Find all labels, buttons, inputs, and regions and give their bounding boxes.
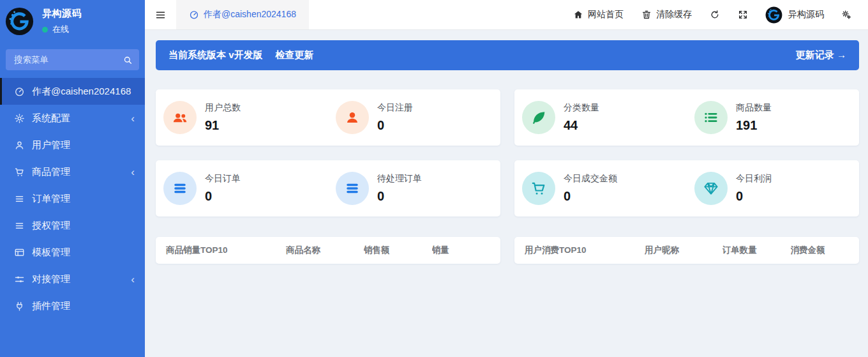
user-icon — [14, 140, 25, 151]
hamburger-icon[interactable] — [145, 0, 176, 29]
sidebar-item-label: 订单管理 — [32, 193, 70, 205]
sliders-icon — [14, 274, 25, 285]
sidebar-item-label: 商品管理 — [32, 166, 70, 178]
menu-search — [6, 49, 139, 70]
stat-今日注册: 今日注册 0 — [328, 89, 500, 146]
gear-icon — [14, 113, 25, 124]
stat-value: 0 — [377, 118, 413, 133]
stat-card: 用户总数 91 今日注册 0 — [156, 89, 500, 146]
stat-card: 今日订单 0 待处理订单 0 — [156, 160, 500, 216]
tab-author[interactable]: 作者@caishen2024168 — [176, 0, 309, 29]
sidebar-menu: 作者@caishen2024168 系统配置 ‹ 用户管理 商品管理 ‹ 订单管… — [0, 78, 145, 357]
online-status: 在线 — [42, 24, 82, 35]
brand: 异构源码 在线 — [0, 0, 145, 36]
brand-title: 异构源码 — [42, 8, 82, 20]
topbar-fullscreen-button[interactable] — [729, 0, 757, 29]
stat-label: 分类数量 — [564, 102, 599, 114]
trash-icon — [641, 10, 652, 20]
stat-今日订单: 今日订单 0 — [156, 160, 328, 216]
panel-column-header: 商品名称 — [286, 245, 364, 256]
settings-gears-icon[interactable] — [832, 0, 860, 29]
stat-value: 91 — [205, 118, 241, 133]
update-log-link[interactable]: 更新记录 → — [796, 49, 846, 61]
home-icon — [573, 10, 583, 20]
stat-label: 今日订单 — [205, 173, 241, 185]
chevron-left-icon: ‹ — [131, 274, 135, 285]
stat-label: 今日注册 — [377, 102, 413, 114]
main-area: 作者@caishen2024168 网站首页 清除缓存 异构源码 — [145, 0, 868, 357]
online-dot-icon — [42, 27, 48, 33]
dashboard-icon — [14, 86, 25, 97]
sidebar-item-label: 用户管理 — [32, 139, 70, 151]
topbar-site-home-button[interactable]: 网站首页 — [564, 0, 632, 29]
stat-value: 191 — [736, 118, 772, 133]
template-icon — [14, 247, 25, 258]
sidebar-item-plugins[interactable]: 插件管理 — [0, 292, 145, 319]
users-icon — [163, 101, 197, 134]
plug-icon — [14, 301, 25, 312]
dashboard-icon — [189, 10, 199, 20]
topbar-refresh-button[interactable] — [701, 0, 729, 29]
stat-label: 今日成交金额 — [564, 173, 617, 185]
bars-icon — [336, 172, 369, 205]
list-icon — [14, 220, 25, 231]
sidebar-item-label: 作者@caishen2024168 — [32, 86, 131, 98]
list-check-icon — [694, 101, 728, 134]
topbar: 作者@caishen2024168 网站首页 清除缓存 异构源码 — [145, 0, 868, 30]
topbar-action-label: 网站首页 — [588, 9, 624, 20]
search-icon[interactable] — [119, 51, 137, 69]
menu-search-input[interactable] — [13, 54, 119, 65]
sidebar: 异构源码 在线 作者@caishen2024168 系统配置 ‹ 用户管理 — [0, 0, 145, 357]
person-icon — [336, 101, 369, 134]
panel-title: 用户消费TOP10 — [525, 245, 645, 256]
user-name: 异构源码 — [788, 9, 824, 20]
stat-label: 商品数量 — [736, 102, 772, 114]
stats-grid: 用户总数 91 今日注册 0 分类数量 44 — [156, 89, 859, 216]
sidebar-item-orders[interactable]: 订单管理 — [0, 185, 145, 212]
stat-商品数量: 商品数量 191 — [687, 89, 859, 146]
sidebar-item-author[interactable]: 作者@caishen2024168 — [0, 78, 145, 105]
stat-value: 0 — [736, 189, 772, 204]
sidebar-item-connect[interactable]: 对接管理 ‹ — [0, 266, 145, 292]
stat-label: 今日利润 — [736, 173, 772, 185]
version-banner: 当前系统版本 v开发版 检查更新 更新记录 → — [156, 40, 859, 70]
panels: 商品销量TOP10 商品名称销售额销量 用户消费TOP10 用户昵称订单数量消费… — [156, 237, 859, 264]
topbar-right: 网站首页 清除缓存 异构源码 — [564, 0, 868, 29]
fullscreen-icon — [738, 10, 748, 20]
stat-label: 用户总数 — [205, 102, 241, 114]
refresh-icon — [710, 10, 720, 20]
sidebar-item-auth[interactable]: 授权管理 — [0, 212, 145, 239]
panel-column-header: 消费金额 — [791, 245, 849, 256]
stat-分类数量: 分类数量 44 — [514, 89, 687, 146]
sidebar-item-goods[interactable]: 商品管理 ‹ — [0, 158, 145, 185]
online-status-label: 在线 — [52, 24, 69, 35]
stat-value: 0 — [377, 189, 422, 204]
panel-column-header: 用户昵称 — [645, 245, 722, 256]
panel-top-products: 商品销量TOP10 商品名称销售额销量 — [156, 237, 500, 264]
sidebar-item-template[interactable]: 模板管理 — [0, 239, 145, 266]
panel-column-header: 销量 — [432, 245, 490, 256]
stat-card: 分类数量 44 商品数量 191 — [514, 89, 859, 146]
panel-column-header: 订单数量 — [722, 245, 791, 256]
stat-待处理订单: 待处理订单 0 — [328, 160, 500, 216]
check-update-link[interactable]: 检查更新 — [276, 49, 314, 61]
sidebar-item-users[interactable]: 用户管理 — [0, 132, 145, 158]
leaf-icon — [522, 101, 555, 134]
version-label: 当前系统版本 v开发版 — [168, 49, 263, 61]
chevron-left-icon: ‹ — [131, 167, 135, 178]
cart-icon — [522, 172, 555, 205]
stat-今日成交金额: 今日成交金额 0 — [514, 160, 687, 216]
sidebar-item-label: 对接管理 — [32, 273, 70, 285]
panel-column-header: 销售额 — [364, 245, 432, 256]
tab-label: 作者@caishen2024168 — [204, 9, 296, 20]
user-menu[interactable]: 异构源码 — [757, 0, 832, 29]
chevron-left-icon: ‹ — [131, 113, 135, 124]
bars-icon — [163, 172, 197, 205]
stat-card: 今日成交金额 0 今日利润 0 — [514, 160, 859, 216]
content: 当前系统版本 v开发版 检查更新 更新记录 → 用户总数 91 今日注册 0 — [145, 30, 868, 357]
panel-top-users: 用户消费TOP10 用户昵称订单数量消费金额 — [514, 237, 859, 264]
stat-label: 待处理订单 — [377, 173, 422, 185]
topbar-clear-cache-button[interactable]: 清除缓存 — [632, 0, 701, 29]
stat-value: 0 — [564, 189, 617, 204]
sidebar-item-system[interactable]: 系统配置 ‹ — [0, 105, 145, 132]
